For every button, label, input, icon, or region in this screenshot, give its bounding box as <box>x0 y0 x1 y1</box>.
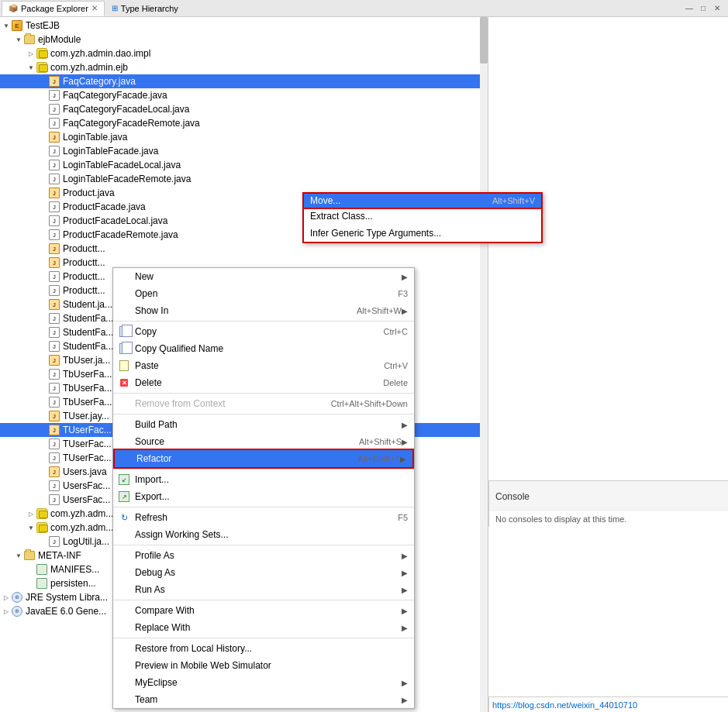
tree-item[interactable]: ▼ejbModule <box>0 33 488 46</box>
tree-item[interactable]: JFaqCategory.java <box>0 74 488 88</box>
menu-item-shortcut-remove_context: Ctrl+Alt+Shift+Down <box>331 399 408 408</box>
tree-item-label: ejbModule <box>38 34 81 45</box>
maximize-icon[interactable]: □ <box>697 2 709 15</box>
tree-item-label: Student.ja... <box>63 299 112 310</box>
minimize-icon[interactable]: — <box>683 2 695 15</box>
menu-item-debug_as[interactable]: Debug As▶ <box>113 564 414 581</box>
menu-item-submenu-arrow-show_in: ▶ <box>402 307 408 315</box>
sub-menu-item-move[interactable]: Move...Alt+Shift+V <box>302 192 543 209</box>
menu-item-preview_mobile[interactable]: Preview in Mobile Web Simulator <box>113 657 414 674</box>
menu-item-replace_with[interactable]: Replace With▶ <box>113 619 414 636</box>
tree-item[interactable]: ▷com.yzh.admin.dao.impl <box>0 46 488 60</box>
tree-item-icon <box>36 563 48 576</box>
menu-item-import[interactable]: ↙Import... <box>113 471 414 488</box>
tree-item-icon: J <box>48 201 60 213</box>
menu-item-refactor[interactable]: RefactorAlt+Shift+T▶ <box>113 449 414 469</box>
menu-item-shortcut-show_in: Alt+Shift+W <box>357 306 402 315</box>
tree-item-label: ProductFacadeRemote.java <box>63 229 178 240</box>
menu-item-new[interactable]: New▶ <box>113 268 414 285</box>
console-tab[interactable]: Console <box>488 480 728 511</box>
tree-item-icon: J <box>48 354 60 366</box>
menu-item-team[interactable]: Team▶ <box>113 691 414 708</box>
menu-item-profile_as[interactable]: Profile As▶ <box>113 547 414 564</box>
tree-item-label: Productt... <box>63 285 105 296</box>
tree-item[interactable]: JLoginTableFacadeRemote.java <box>0 172 488 186</box>
tree-item[interactable]: JLoginTableFacadeLocal.java <box>0 158 488 172</box>
menu-item-icon-copy_qualified <box>118 342 130 355</box>
tree-item[interactable]: ▼com.yzh.admin.ejb <box>0 60 488 74</box>
menu-item-copy_qualified[interactable]: Copy Qualified Name <box>113 340 414 357</box>
sub-menu-item-label-move: Move... <box>310 195 492 206</box>
tree-expand-arrow[interactable]: ▼ <box>26 64 36 71</box>
tree-item[interactable]: JLoginTable.java <box>0 130 488 144</box>
menu-item-restore_history[interactable]: Restore from Local History... <box>113 640 414 657</box>
tree-item[interactable]: JFaqCategoryFacadeRemote.java <box>0 116 488 130</box>
menu-item-remove_context[interactable]: Remove from ContextCtrl+Alt+Shift+Down <box>113 395 414 412</box>
menu-item-build_path[interactable]: Build Path▶ <box>113 416 414 433</box>
tab-type-hierarchy[interactable]: ⊞ Type Hierarchy <box>105 1 185 16</box>
tree-expand-arrow[interactable]: ▼ <box>14 36 23 43</box>
tree-item-icon: J <box>48 396 60 408</box>
menu-item-myeclipse[interactable]: MyEclipse▶ <box>113 674 414 691</box>
menu-item-run_as[interactable]: Run As▶ <box>113 581 414 598</box>
tree-item-icon: ⊕ <box>11 591 23 604</box>
menu-item-export[interactable]: ↗Export... <box>113 488 414 505</box>
tree-item-icon: J <box>48 242 60 255</box>
tree-item[interactable]: ▼ETestEJB <box>0 19 488 33</box>
menu-separator <box>113 545 414 545</box>
menu-item-delete[interactable]: ✕DeleteDelete <box>113 374 414 391</box>
right-panel: Console No consoles to display at this t… <box>488 17 728 712</box>
tab-package-explorer-label: Package Explorer <box>21 4 88 13</box>
menu-item-refresh[interactable]: ↻RefreshF5 <box>113 509 414 526</box>
tree-expand-arrow[interactable]: ▼ <box>26 525 36 531</box>
menu-item-label-refresh: Refresh <box>135 512 382 523</box>
menu-item-copy[interactable]: CopyCtrl+C <box>113 323 414 340</box>
tree-item[interactable]: JLoginTableFacade.java <box>0 144 488 158</box>
tree-item-icon: J <box>48 256 60 269</box>
tree-item-label: TUser.jay... <box>63 411 109 421</box>
close-view-icon[interactable]: ✕ <box>711 2 723 15</box>
tree-item-label: LogUtil.ja... <box>63 536 109 547</box>
tree-expand-arrow[interactable]: ▼ <box>2 22 11 29</box>
tree-item-label: TestEJB <box>26 20 60 31</box>
tree-item-icon: J <box>48 215 60 227</box>
tree-scrollbar[interactable] <box>480 17 488 712</box>
tree-item-label: MANIFES... <box>50 564 99 575</box>
menu-item-paste[interactable]: PasteCtrl+V <box>113 357 414 374</box>
menu-item-icon-preview_mobile <box>118 659 130 672</box>
tree-item-label: TbUser.ja... <box>63 355 110 366</box>
menu-item-label-open: Open <box>135 288 382 299</box>
menu-item-open[interactable]: OpenF3 <box>113 285 414 302</box>
tree-item-label: TbUserFa... <box>63 383 112 394</box>
tree-item-icon <box>36 47 48 60</box>
tree-expand-arrow[interactable]: ▷ <box>26 511 36 518</box>
tree-expand-arrow[interactable]: ▷ <box>26 50 36 57</box>
tree-expand-arrow[interactable]: ▼ <box>14 552 23 559</box>
sub-menu-item-extract_class[interactable]: Extract Class... <box>304 208 541 225</box>
menu-item-label-copy: Copy <box>135 326 368 337</box>
tree-item[interactable]: JProductt... <box>0 242 488 256</box>
tree-item[interactable]: JFaqCategoryFacadeLocal.java <box>0 102 488 116</box>
tree-scrollbar-thumb[interactable] <box>480 17 488 64</box>
menu-item-compare_with[interactable]: Compare With▶ <box>113 602 414 619</box>
menu-separator <box>113 321 414 322</box>
menu-item-show_in[interactable]: Show InAlt+Shift+W▶ <box>113 302 414 319</box>
menu-item-icon-import: ↙ <box>118 473 130 486</box>
tree-item-label: Productt... <box>63 243 105 254</box>
tab-package-explorer[interactable]: 📦 Package Explorer ✕ <box>2 1 105 16</box>
tree-item-label: com.yzh.admin.ejb <box>50 62 128 73</box>
menu-item-assign_working[interactable]: Assign Working Sets... <box>113 526 414 543</box>
menu-item-shortcut-refresh: F5 <box>398 513 408 522</box>
menu-item-source[interactable]: SourceAlt+Shift+S▶ <box>113 433 414 450</box>
sub-menu-item-infer_generic[interactable]: Infer Generic Type Arguments... <box>304 225 541 242</box>
tree-item[interactable]: JFaqCategoryFacade.java <box>0 88 488 102</box>
tree-expand-arrow[interactable]: ▷ <box>2 594 11 601</box>
sub-menu-item-label-infer_generic: Infer Generic Type Arguments... <box>310 228 535 239</box>
menu-separator <box>113 638 414 638</box>
tree-expand-arrow[interactable]: ▷ <box>2 608 11 615</box>
tree-item-icon: J <box>48 312 60 325</box>
close-tab-icon[interactable]: ✕ <box>91 4 98 12</box>
tree-item-label: JavaEE 6.0 Gene... <box>26 606 106 617</box>
menu-item-label-assign_working: Assign Working Sets... <box>135 529 408 540</box>
tree-item-label: TUserFac... <box>63 425 112 435</box>
